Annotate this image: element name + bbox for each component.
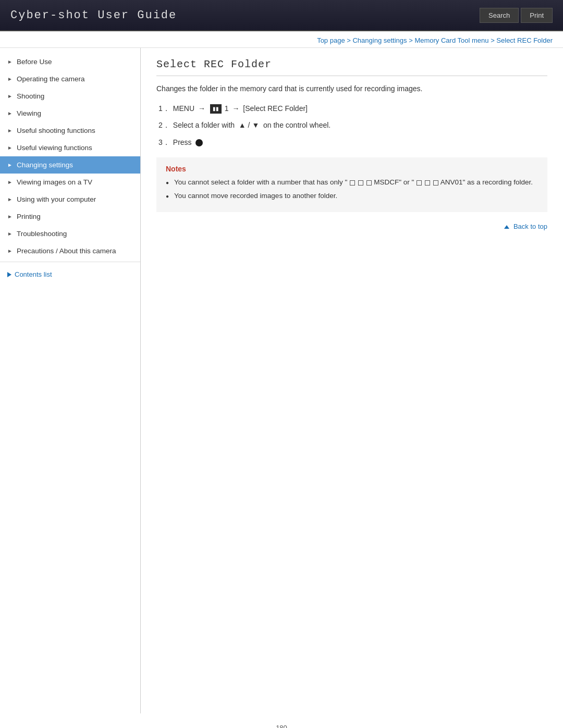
sidebar-item-before-use[interactable]: ► Before Use <box>0 53 140 70</box>
sidebar-item-label: Printing <box>17 213 41 220</box>
chevron-right-icon: ► <box>7 179 13 185</box>
chevron-right-icon: ► <box>7 93 13 99</box>
note-item-2: You cannot move recorded images to anoth… <box>166 191 538 201</box>
chevron-right-icon: ► <box>7 110 13 116</box>
page-number: 180 <box>0 713 563 728</box>
sidebar-item-printing[interactable]: ► Printing <box>0 208 140 225</box>
contents-list-link[interactable]: Contents list <box>0 264 140 285</box>
sidebar-item-useful-viewing[interactable]: ► Useful viewing functions <box>0 139 140 156</box>
page-title: Select REC Folder <box>156 58 547 76</box>
back-to-top[interactable]: Back to top <box>156 223 547 230</box>
chevron-right-icon: ► <box>7 162 13 168</box>
sidebar-item-label: Viewing images on a TV <box>17 178 92 186</box>
sidebar: ► Before Use ► Operating the camera ► Sh… <box>0 48 141 713</box>
chevron-right-icon: ► <box>7 248 13 254</box>
step-2-number: 2． <box>158 119 170 131</box>
step-3-text: Press <box>173 137 203 148</box>
note-item-1: You cannot select a folder with a number… <box>166 177 538 188</box>
back-to-top-link[interactable]: Back to top <box>504 223 547 230</box>
main-layout: ► Before Use ► Operating the camera ► Sh… <box>0 48 563 713</box>
menu-icon: ▮▮ <box>210 104 222 114</box>
square-icon <box>425 180 430 186</box>
step-2-text: Select a folder with ▲ / ▼ on the contro… <box>173 119 331 131</box>
steps: 1． MENU → ▮▮ 1 → [Select REC Folder] 2． … <box>156 103 547 148</box>
step-3-number: 3． <box>158 137 170 148</box>
arrow-right-icon <box>7 272 11 277</box>
step-1-number: 1． <box>158 103 170 114</box>
sidebar-divider <box>0 262 140 262</box>
sidebar-item-viewing-tv[interactable]: ► Viewing images on a TV <box>0 174 140 191</box>
square-icon <box>350 180 355 186</box>
square-icon <box>417 180 422 186</box>
breadcrumb: Top page > Changing settings > Memory Ca… <box>0 31 563 48</box>
notes-list: You cannot select a folder with a number… <box>166 177 538 202</box>
chevron-right-icon: ► <box>7 145 13 151</box>
step-1-text: MENU → ▮▮ 1 → [Select REC Folder] <box>173 103 308 114</box>
sidebar-item-viewing[interactable]: ► Viewing <box>0 105 140 122</box>
sidebar-item-troubleshooting[interactable]: ► Troubleshooting <box>0 225 140 242</box>
header: Cyber-shot User Guide Search Print <box>0 0 563 31</box>
description: Changes the folder in the memory card th… <box>156 83 547 94</box>
sidebar-item-label: Viewing <box>17 109 41 117</box>
square-icon <box>366 180 372 186</box>
breadcrumb-top-page[interactable]: Top page <box>317 36 345 44</box>
search-button[interactable]: Search <box>480 8 519 23</box>
chevron-right-icon: ► <box>7 231 13 237</box>
sidebar-item-label: Useful shooting functions <box>17 127 95 134</box>
step-2: 2． Select a folder with ▲ / ▼ on the con… <box>158 119 547 131</box>
sidebar-item-label: Operating the camera <box>17 75 85 83</box>
notes-title: Notes <box>166 165 538 173</box>
triangle-up-icon <box>504 225 509 229</box>
square-icon <box>433 180 438 186</box>
square-icon <box>358 180 363 186</box>
chevron-right-icon: ► <box>7 196 13 202</box>
arrow-icon: → <box>232 104 239 113</box>
breadcrumb-memory-card-tool-menu[interactable]: Memory Card Tool menu <box>414 36 488 44</box>
sidebar-item-label: Shooting <box>17 92 44 100</box>
sidebar-item-label: Changing settings <box>17 161 73 169</box>
chevron-right-icon: ► <box>7 76 13 82</box>
sidebar-item-useful-shooting[interactable]: ► Useful shooting functions <box>0 122 140 139</box>
sidebar-item-label: Before Use <box>17 58 52 66</box>
chevron-right-icon: ► <box>7 214 13 219</box>
sidebar-item-label: Using with your computer <box>17 195 96 203</box>
chevron-right-icon: ► <box>7 59 13 65</box>
sidebar-item-label: Useful viewing functions <box>17 144 92 152</box>
sidebar-item-using-computer[interactable]: ► Using with your computer <box>0 191 140 208</box>
step-3: 3． Press <box>158 137 547 148</box>
content-area: Select REC Folder Changes the folder in … <box>141 48 563 713</box>
back-to-top-label: Back to top <box>513 223 547 230</box>
breadcrumb-select-rec-folder[interactable]: Select REC Folder <box>496 36 553 44</box>
breadcrumb-changing-settings[interactable]: Changing settings <box>352 36 407 44</box>
sidebar-item-label: Precautions / About this camera <box>17 247 116 255</box>
header-buttons: Search Print <box>480 8 553 23</box>
print-button[interactable]: Print <box>521 8 553 23</box>
step-1: 1． MENU → ▮▮ 1 → [Select REC Folder] <box>158 103 547 114</box>
notes-box: Notes You cannot select a folder with a … <box>156 157 547 212</box>
contents-list-label: Contents list <box>15 270 52 278</box>
sidebar-item-operating[interactable]: ► Operating the camera <box>0 70 140 88</box>
sidebar-item-precautions[interactable]: ► Precautions / About this camera <box>0 242 140 260</box>
chevron-right-icon: ► <box>7 128 13 133</box>
circle-button-icon <box>195 139 203 146</box>
sidebar-item-label: Troubleshooting <box>17 230 67 238</box>
sidebar-item-shooting[interactable]: ► Shooting <box>0 88 140 105</box>
arrow-icon: → <box>198 104 205 113</box>
sidebar-item-changing-settings[interactable]: ► Changing settings <box>0 156 140 174</box>
app-title: Cyber-shot User Guide <box>10 9 177 22</box>
